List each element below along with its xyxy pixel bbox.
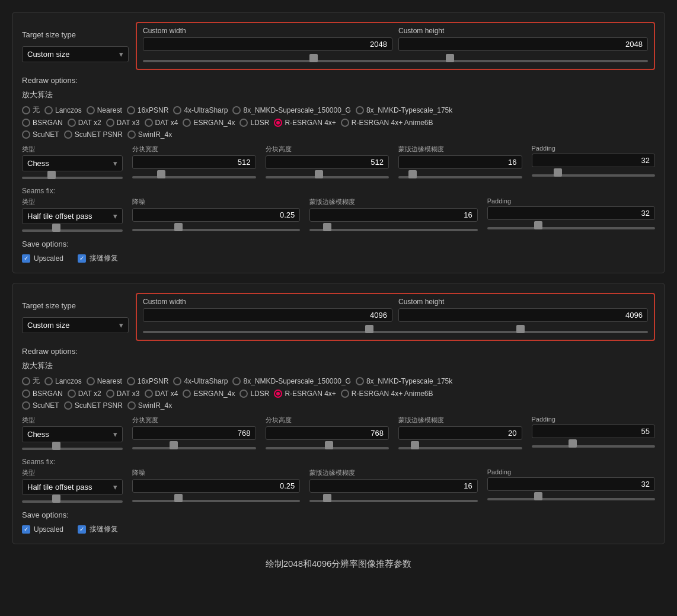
radio-bsrgan-1[interactable] [22, 119, 30, 127]
seams-type-thumb-1[interactable] [52, 224, 60, 232]
algo-datx4-2[interactable]: DAT x4 [145, 390, 178, 398]
radio-scunet-2[interactable] [22, 401, 30, 410]
radio-resrgan4xanime-1[interactable] [341, 119, 349, 127]
algo-none-2[interactable]: 无 [22, 376, 40, 386]
radio-datx4-1[interactable] [145, 119, 153, 127]
target-size-select-1[interactable]: Custom size ▾ [22, 46, 129, 62]
radio-bsrgan-2[interactable] [22, 390, 30, 398]
radio-4xus-2[interactable] [173, 377, 181, 385]
upscaled-check-2[interactable] [22, 525, 30, 534]
radio-scunetpsnr-2[interactable] [64, 401, 72, 410]
algo-nearest-2[interactable]: Nearest [87, 377, 122, 385]
radio-swinir4x-1[interactable] [127, 130, 136, 139]
tile-height-thumb-2[interactable] [325, 441, 333, 449]
algo-16xpsnr-2[interactable]: 16xPSNR [127, 377, 169, 385]
denoise-slider-2[interactable] [132, 497, 300, 505]
algo-ldsr-2[interactable]: LDSR [239, 390, 269, 398]
radio-scunet-1[interactable] [22, 130, 30, 139]
seams-repair-checkbox-1[interactable]: 接缝修复 [78, 253, 118, 263]
type-thumb-1[interactable] [47, 171, 56, 179]
padding-value-2[interactable]: 55 [532, 425, 656, 438]
custom-width-thumb-1[interactable] [309, 54, 318, 62]
algo-esrgan4x-1[interactable]: ESRGAN_4x [183, 119, 235, 127]
seams-type-select-1[interactable]: Half tile offset pass ▾ [22, 208, 123, 224]
radio-ldsr-2[interactable] [239, 390, 248, 398]
seams-padding-slider-2[interactable] [487, 495, 655, 503]
upscaled-checkbox-2[interactable]: Upscaled [22, 525, 63, 534]
seams-mask-blur-slider-1[interactable] [309, 226, 477, 234]
radio-datx3-1[interactable] [106, 119, 114, 127]
padding-thumb-1[interactable] [554, 168, 562, 177]
radio-datx2-1[interactable] [68, 119, 76, 127]
radio-scunetpsnr-1[interactable] [64, 130, 72, 139]
radio-8xnmkd-super-2[interactable] [232, 377, 241, 385]
algo-datx2-2[interactable]: DAT x2 [68, 390, 101, 398]
algo-none-1[interactable]: 无 [22, 105, 40, 115]
algo-8xnmkd-super-2[interactable]: 8x_NMKD-Superscale_150000_G [232, 377, 350, 385]
algo-8xnmkd-type-1[interactable]: 8x_NMKD-Typescale_175k [356, 106, 452, 114]
custom-width-value-1[interactable]: 2048 [143, 37, 392, 51]
padding-slider-1[interactable] [532, 171, 656, 180]
padding-thumb-2[interactable] [569, 439, 577, 448]
algo-resrgan4xanime-1[interactable]: R-ESRGAN 4x+ Anime6B [341, 119, 433, 127]
seams-type-slider-2[interactable] [22, 497, 123, 506]
type-select-1[interactable]: Chess ▾ [22, 155, 123, 171]
seams-padding-value-1[interactable]: 32 [487, 206, 655, 220]
algo-swinir4x-2[interactable]: SwinIR_4x [127, 401, 172, 410]
seams-repair-checkbox-2[interactable]: 接缝修复 [78, 524, 118, 534]
seams-type-thumb-2[interactable] [52, 494, 60, 503]
algo-datx3-1[interactable]: DAT x3 [106, 119, 140, 127]
radio-none-1[interactable] [22, 106, 30, 114]
mask-blur-slider-2[interactable] [398, 444, 522, 452]
radio-none-2[interactable] [22, 377, 30, 385]
algo-datx4-1[interactable]: DAT x4 [145, 119, 178, 127]
denoise-thumb-1[interactable] [174, 223, 183, 231]
algo-datx2-1[interactable]: DAT x2 [68, 119, 101, 127]
mask-blur-thumb-2[interactable] [411, 441, 419, 449]
seams-padding-slider-1[interactable] [487, 224, 655, 232]
algo-scunetpsnr-2[interactable]: ScuNET PSNR [64, 401, 123, 410]
radio-swinir4x-2[interactable] [127, 401, 136, 410]
radio-resrgan4xplus-1[interactable] [274, 119, 282, 127]
seams-repair-check-2[interactable] [78, 525, 86, 534]
radio-datx2-2[interactable] [68, 390, 76, 398]
radio-nearest-2[interactable] [87, 377, 95, 385]
algo-16xpsnr-1[interactable]: 16xPSNR [127, 106, 169, 114]
algo-4xultrasharp-1[interactable]: 4x-UltraSharp [173, 106, 228, 114]
custom-height-thumb-1[interactable] [446, 54, 454, 62]
algo-ldsr-1[interactable]: LDSR [239, 119, 269, 127]
radio-8xnmkd-super-1[interactable] [232, 106, 241, 114]
tile-height-value-2[interactable]: 768 [266, 426, 389, 440]
radio-resrgan4xplus-2[interactable] [274, 390, 282, 398]
denoise-slider-1[interactable] [132, 226, 300, 234]
radio-ldsr-1[interactable] [239, 119, 248, 127]
radio-8xnmkd-type-2[interactable] [356, 377, 364, 385]
denoise-value-2[interactable]: 0.25 [132, 479, 300, 493]
algo-4xultrasharp-2[interactable]: 4x-UltraSharp [173, 377, 228, 385]
mask-blur-value-1[interactable]: 16 [398, 155, 522, 169]
custom-width-thumb-2[interactable] [365, 325, 373, 333]
denoise-value-1[interactable]: 0.25 [132, 208, 300, 222]
upscaled-checkbox-1[interactable]: Upscaled [22, 254, 63, 263]
algo-bsrgan-1[interactable]: BSRGAN [22, 119, 63, 127]
radio-4xus-1[interactable] [173, 106, 181, 114]
algo-lanczos-1[interactable]: Lanczos [44, 106, 82, 114]
radio-16xpsnr-1[interactable] [127, 106, 135, 114]
type-thumb-2[interactable] [52, 442, 60, 450]
algo-scunetpsnr-1[interactable]: ScuNET PSNR [64, 130, 123, 139]
seams-repair-check-1[interactable] [78, 254, 86, 263]
tile-width-value-2[interactable]: 768 [132, 426, 256, 440]
radio-16xpsnr-2[interactable] [127, 377, 135, 385]
custom-height-value-1[interactable]: 2048 [398, 37, 648, 51]
seams-mask-blur-thumb-1[interactable] [323, 223, 331, 231]
tile-width-thumb-1[interactable] [157, 170, 165, 178]
algo-datx3-2[interactable]: DAT x3 [106, 390, 140, 398]
seams-mask-blur-value-2[interactable]: 16 [309, 479, 477, 493]
upscaled-check-1[interactable] [22, 254, 30, 263]
custom-width-value-2[interactable]: 4096 [143, 308, 392, 322]
mask-blur-slider-1[interactable] [398, 173, 522, 181]
tile-height-thumb-1[interactable] [315, 170, 323, 178]
target-size-select-2[interactable]: Custom size ▾ [22, 317, 129, 333]
algo-resrgan4xplus-1[interactable]: R-ESRGAN 4x+ [274, 119, 336, 127]
type-slider-2[interactable] [22, 445, 123, 453]
